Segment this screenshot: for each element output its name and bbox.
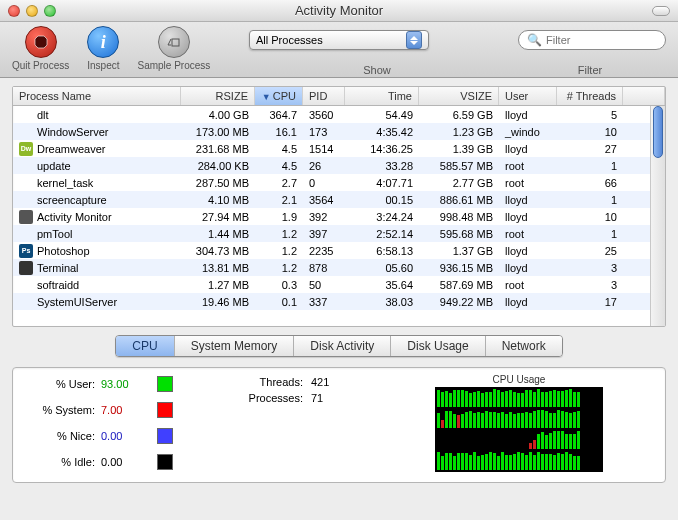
process-time: 4:35.42 <box>345 126 419 138</box>
process-cpu: 4.5 <box>255 160 303 172</box>
toolbar-toggle-icon[interactable] <box>652 6 670 16</box>
sample-icon <box>158 26 190 58</box>
table-row[interactable]: dlt4.00 GB364.7356054.496.59 GBlloyd5 <box>13 106 665 123</box>
col-time[interactable]: Time <box>345 87 419 105</box>
process-name: Dreamweaver <box>37 143 105 155</box>
process-vsize: 936.15 MB <box>419 262 499 274</box>
table-row[interactable]: kernel_task287.50 MB2.704:07.712.77 GBro… <box>13 174 665 191</box>
process-name: dlt <box>37 109 49 121</box>
pct-idle-swatch <box>157 454 173 470</box>
process-name: Activity Monitor <box>37 211 112 223</box>
pct-user-label: % User: <box>23 378 101 390</box>
process-pid: 397 <box>303 228 345 240</box>
tab-system-memory[interactable]: System Memory <box>175 336 295 356</box>
table-row[interactable]: PsPhotoshop304.73 MB1.222356:58.131.37 G… <box>13 242 665 259</box>
filter-input[interactable] <box>546 34 669 46</box>
process-vsize: 886.61 MB <box>419 194 499 206</box>
table-row[interactable]: SystemUIServer19.46 MB0.133738.03949.22 … <box>13 293 665 310</box>
process-user: _windo <box>499 126 557 138</box>
pct-user-swatch <box>157 376 173 392</box>
table-row[interactable]: softraidd1.27 MB0.35035.64587.69 MBroot3 <box>13 276 665 293</box>
table-row[interactable]: WindowServer173.00 MB16.11734:35.421.23 … <box>13 123 665 140</box>
col-pid[interactable]: PID <box>303 87 345 105</box>
tab-cpu[interactable]: CPU <box>116 336 174 356</box>
process-cpu: 0.1 <box>255 296 303 308</box>
pct-nice-value: 0.00 <box>101 430 151 442</box>
process-threads: 1 <box>557 228 623 240</box>
process-user: root <box>499 160 557 172</box>
process-time: 54.49 <box>345 109 419 121</box>
process-user: lloyd <box>499 296 557 308</box>
stop-icon <box>25 26 57 58</box>
process-user: lloyd <box>499 211 557 223</box>
table-row[interactable]: pmTool1.44 MB1.23972:52.14595.68 MBroot1 <box>13 225 665 242</box>
col-cpu[interactable]: ▼CPU <box>255 87 303 105</box>
pct-system-label: % System: <box>23 404 101 416</box>
col-user[interactable]: User <box>499 87 557 105</box>
process-pid: 173 <box>303 126 345 138</box>
table-row[interactable]: DwDreamweaver231.68 MB4.5151414:36.251.3… <box>13 140 665 157</box>
process-time: 14:36.25 <box>345 143 419 155</box>
col-rsize[interactable]: RSIZE <box>181 87 255 105</box>
process-cpu: 1.9 <box>255 211 303 223</box>
process-time: 38.03 <box>345 296 419 308</box>
scroll-thumb[interactable] <box>653 106 663 158</box>
process-rsize: 27.94 MB <box>181 211 255 223</box>
cpu-usage-graph <box>435 387 603 472</box>
process-vsize: 998.48 MB <box>419 211 499 223</box>
table-row[interactable]: Terminal13.81 MB1.287805.60936.15 MBlloy… <box>13 259 665 276</box>
process-time: 3:24.24 <box>345 211 419 223</box>
process-vsize: 1.23 GB <box>419 126 499 138</box>
cpu-core-bar <box>436 388 602 408</box>
svg-rect-1 <box>172 39 179 46</box>
process-threads: 66 <box>557 177 623 189</box>
process-user: root <box>499 279 557 291</box>
process-threads: 3 <box>557 279 623 291</box>
toolbar: Quit Process i Inspect Sample Process Al… <box>0 22 678 78</box>
pct-idle-label: % Idle: <box>23 456 101 468</box>
col-vsize[interactable]: VSIZE <box>419 87 499 105</box>
table-row[interactable]: update284.00 KB4.52633.28585.57 MBroot1 <box>13 157 665 174</box>
process-pid: 337 <box>303 296 345 308</box>
process-name: kernel_task <box>37 177 93 189</box>
process-table: Process Name RSIZE ▼CPU PID Time VSIZE U… <box>12 86 666 327</box>
process-vsize: 949.22 MB <box>419 296 499 308</box>
process-vsize: 2.77 GB <box>419 177 499 189</box>
process-user: lloyd <box>499 245 557 257</box>
col-process-name[interactable]: Process Name <box>13 87 181 105</box>
process-cpu: 1.2 <box>255 228 303 240</box>
process-user: root <box>499 177 557 189</box>
process-cpu: 364.7 <box>255 109 303 121</box>
table-header: Process Name RSIZE ▼CPU PID Time VSIZE U… <box>13 87 665 106</box>
pct-user-value: 93.00 <box>101 378 151 390</box>
processes-value: 71 <box>311 392 323 404</box>
process-cpu: 0.3 <box>255 279 303 291</box>
window-title: Activity Monitor <box>0 3 678 18</box>
table-row[interactable]: Activity Monitor27.94 MB1.93923:24.24998… <box>13 208 665 225</box>
pct-nice-swatch <box>157 428 173 444</box>
process-time: 33.28 <box>345 160 419 172</box>
process-filter-select[interactable]: All Processes <box>249 30 429 50</box>
filter-search-field[interactable]: 🔍 <box>518 30 666 50</box>
tab-disk-usage[interactable]: Disk Usage <box>391 336 485 356</box>
process-vsize: 587.69 MB <box>419 279 499 291</box>
col-threads[interactable]: # Threads <box>557 87 623 105</box>
filter-section-label: Filter <box>502 64 678 76</box>
tab-disk-activity[interactable]: Disk Activity <box>294 336 391 356</box>
process-rsize: 284.00 KB <box>181 160 255 172</box>
process-pid: 50 <box>303 279 345 291</box>
process-name: softraidd <box>37 279 79 291</box>
table-body[interactable]: dlt4.00 GB364.7356054.496.59 GBlloyd5Win… <box>13 106 665 326</box>
process-time: 6:58.13 <box>345 245 419 257</box>
process-pid: 26 <box>303 160 345 172</box>
scrollbar[interactable] <box>650 106 665 326</box>
tab-network[interactable]: Network <box>486 336 562 356</box>
process-threads: 10 <box>557 126 623 138</box>
table-row[interactable]: screencapture4.10 MB2.1356400.15886.61 M… <box>13 191 665 208</box>
process-rsize: 13.81 MB <box>181 262 255 274</box>
process-time: 4:07.71 <box>345 177 419 189</box>
threads-label: Threads: <box>233 376 303 388</box>
titlebar[interactable]: Activity Monitor <box>0 0 678 22</box>
cpu-core-bar <box>436 430 602 450</box>
process-pid: 3564 <box>303 194 345 206</box>
